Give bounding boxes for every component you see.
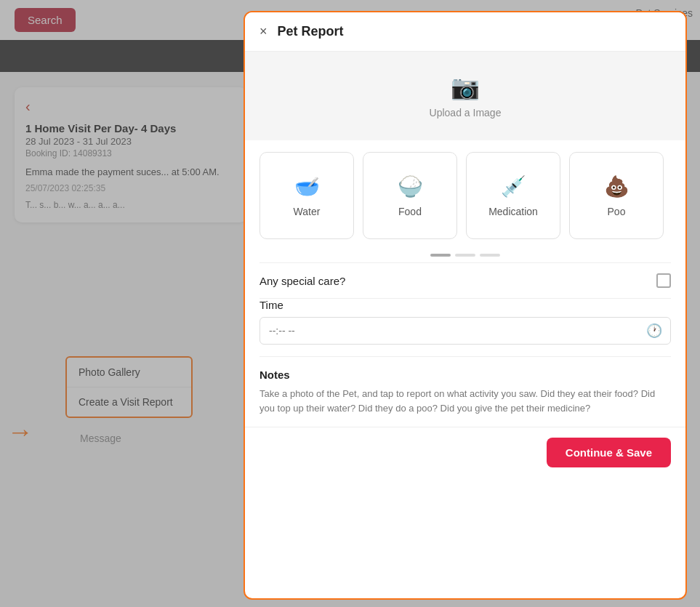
water-label: Water [294, 206, 321, 217]
special-care-row: Any special care? [245, 263, 685, 298]
notes-text: Take a photo of the Pet, and tap to repo… [260, 387, 671, 415]
modal-title: Pet Report [278, 24, 344, 39]
notes-title: Notes [260, 369, 671, 381]
food-label: Food [398, 206, 422, 217]
continue-save-button[interactable]: Continue & Save [547, 438, 671, 467]
poo-label: Poo [608, 206, 626, 217]
special-care-checkbox[interactable] [656, 273, 671, 288]
food-icon: 🍚 [398, 174, 423, 198]
category-section: 🥣 Water 🍚 Food 💉 Medication 💩 Poo [245, 140, 685, 251]
special-care-label: Any special care? [260, 275, 345, 287]
scroll-dot-3 [480, 254, 500, 257]
scroll-dot-2 [455, 254, 475, 257]
modal-footer: Continue & Save [245, 427, 685, 478]
category-medication[interactable]: 💉 Medication [466, 152, 560, 239]
category-poo[interactable]: 💩 Poo [569, 152, 664, 239]
medication-label: Medication [488, 206, 538, 217]
scroll-indicator [245, 251, 685, 262]
category-water[interactable]: 🥣 Water [260, 152, 354, 239]
category-scroll: 🥣 Water 🍚 Food 💉 Medication 💩 Poo [260, 152, 671, 239]
time-input[interactable] [260, 317, 671, 345]
upload-area[interactable]: 📷 Upload a Image [245, 52, 685, 140]
time-section: Time 🕐 [245, 299, 685, 356]
scroll-dot-1 [430, 254, 451, 257]
modal-close-button[interactable]: × [260, 24, 267, 39]
upload-label: Upload a Image [430, 107, 502, 118]
time-input-wrapper: 🕐 [260, 317, 671, 345]
time-label: Time [260, 299, 671, 311]
modal-header: × Pet Report [245, 12, 685, 52]
pet-report-modal: × Pet Report 📷 Upload a Image 🥣 Water 🍚 … [244, 11, 687, 600]
notes-section: Notes Take a photo of the Pet, and tap t… [245, 357, 685, 427]
medication-icon: 💉 [501, 174, 526, 198]
poo-icon: 💩 [604, 174, 629, 198]
camera-icon: 📷 [451, 73, 480, 101]
category-food[interactable]: 🍚 Food [363, 152, 457, 239]
water-icon: 🥣 [294, 174, 320, 198]
